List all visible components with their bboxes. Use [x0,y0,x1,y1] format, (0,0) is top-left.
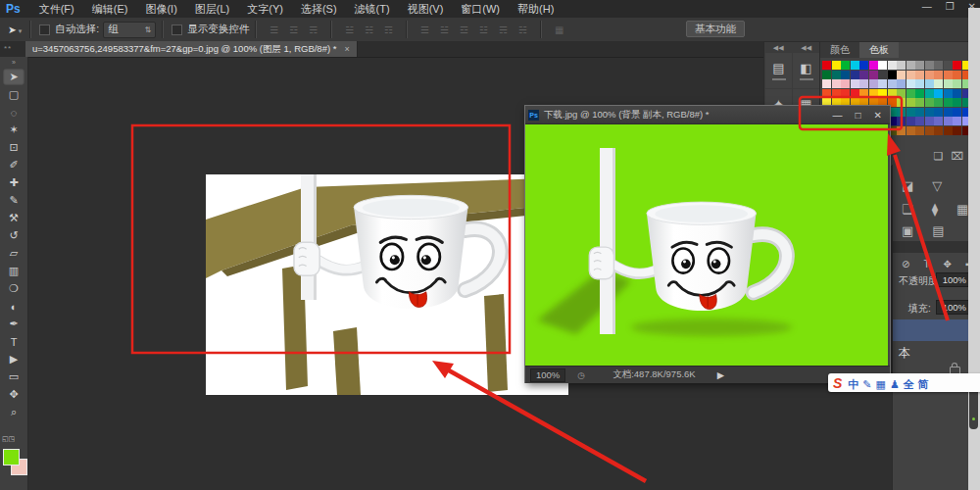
swatch-3-12[interactable] [934,89,943,98]
swatch-5-13[interactable] [944,108,953,117]
swatch-3-0[interactable] [822,89,831,98]
menu-item-6[interactable]: 滤镜(T) [346,3,399,15]
swatch-2-0[interactable] [822,79,831,88]
icon[interactable]: ▽ [932,178,942,193]
swatch-4-9[interactable] [906,98,915,107]
swatch-5-9[interactable] [906,108,915,117]
type-tool[interactable]: T [3,333,24,350]
delete-swatch-icon[interactable]: ⌧ [951,150,963,163]
shape-tool[interactable]: ▭ [3,368,24,385]
swatch-0-8[interactable] [897,61,906,70]
float-window-titlebar[interactable]: Ps 下载.jpg @ 100% (背景 副本, RGB/8#) * — □ ✕ [525,106,890,124]
icon[interactable]: ☴ [499,24,508,35]
swatch-3-3[interactable] [851,89,859,98]
eraser-tool[interactable]: ▱ [3,245,24,262]
swatch-1-4[interactable] [859,71,868,79]
swatch-4-10[interactable] [915,98,924,107]
swatch-2-7[interactable] [888,79,897,88]
swatch-2-13[interactable] [944,79,953,88]
swatch-3-6[interactable] [878,89,887,98]
swatch-6-13[interactable] [944,117,953,125]
icon[interactable]: ☲ [460,24,468,35]
clone-stamp-tool[interactable]: ⚒ [3,210,24,226]
ime-button-1[interactable]: ✎ [862,378,871,390]
move-tool[interactable]: ➤ [3,69,24,85]
swatch-1-8[interactable] [897,71,906,79]
selected-layer-row[interactable] [893,319,969,341]
brush-tool[interactable]: ✎ [3,192,24,209]
icon[interactable]: ☵ [518,24,527,35]
swatch-0-3[interactable] [851,61,859,70]
swatch-1-9[interactable] [906,71,915,79]
swatch-3-1[interactable] [832,89,841,98]
swatch-4-14[interactable] [953,98,961,107]
icon[interactable]: ☰ [270,24,278,35]
swatch-4-12[interactable] [934,98,943,107]
swatch-3-10[interactable] [915,89,924,98]
opacity-value[interactable]: 100% [936,272,970,287]
sogou-logo[interactable]: S [833,375,842,391]
status-flyout-arrow-icon[interactable]: ▶ [717,369,724,380]
swatch-7-12[interactable] [934,126,943,135]
swatch-1-13[interactable] [944,71,953,79]
swatch-6-10[interactable] [915,117,924,125]
icon[interactable]: ▤ [772,61,784,75]
zoom-level-field[interactable]: 100% [530,368,565,382]
icon[interactable]: ☶ [384,24,393,35]
new-swatch-icon[interactable]: ❏ [933,150,943,163]
menu-item-1[interactable]: 编辑(E) [83,3,137,15]
icon[interactable]: ☱ [440,24,449,35]
menu-item-8[interactable]: 窗口(W) [452,3,509,15]
swatch-2-9[interactable] [906,79,915,88]
icon[interactable]: ❏ [902,202,913,217]
show-transform-checkbox[interactable] [172,24,182,35]
tab-color[interactable]: 颜色 [820,42,859,58]
swatch-1-3[interactable] [851,71,859,79]
swatch-2-14[interactable] [953,79,961,88]
swatch-5-12[interactable] [934,108,943,117]
swatch-0-4[interactable] [859,61,868,70]
swatch-3-4[interactable] [859,89,868,98]
ime-button-5[interactable]: 简 [918,378,929,390]
ime-button-0[interactable]: 中 [848,378,858,390]
zoom-tool[interactable]: ⌕ [3,404,24,420]
swatch-6-14[interactable] [953,117,961,125]
icon[interactable]: ✥ [944,259,952,270]
ime-button-3[interactable]: ♟ [890,378,900,390]
swatch-1-7[interactable] [888,71,897,79]
swatch-0-11[interactable] [925,61,934,70]
swatch-4-13[interactable] [944,98,953,107]
swatch-2-2[interactable] [841,79,850,88]
swatch-0-6[interactable] [878,61,887,70]
swatch-0-12[interactable] [934,61,943,70]
menu-item-9[interactable]: 帮助(H) [509,3,563,15]
menu-item-3[interactable]: 图层(L) [186,3,238,15]
close-icon[interactable]: ✕ [874,110,882,121]
hand-tool[interactable]: ✥ [3,386,24,403]
swatch-1-1[interactable] [832,71,841,79]
maximize-icon[interactable]: □ [856,110,861,121]
swatch-1-10[interactable] [915,71,924,79]
swatch-3-5[interactable] [869,89,878,98]
swatch-5-11[interactable] [925,108,934,117]
swatch-7-9[interactable] [906,126,915,135]
swatch-2-12[interactable] [934,79,943,88]
mini-swatch-icon[interactable]: ◱◳ [2,435,15,443]
swatch-0-13[interactable] [944,61,953,70]
floating-document-window[interactable]: Ps 下载.jpg @ 100% (背景 副本, RGB/8#) * — □ ✕… [524,105,891,383]
menu-item-5[interactable]: 选择(S) [292,3,346,15]
main-document-canvas[interactable] [206,174,568,395]
swatch-2-6[interactable] [878,79,887,88]
path-selection-tool[interactable]: ▶ [3,351,24,368]
swatch-4-8[interactable] [897,98,906,107]
crop-tool[interactable]: ⊡ [3,139,24,156]
swatch-5-8[interactable] [897,108,906,117]
icon[interactable]: ☴ [309,24,318,35]
swatch-2-11[interactable] [925,79,934,88]
icon[interactable]: ▤ [932,223,944,238]
swatch-6-8[interactable] [897,117,906,125]
dock-panel-button[interactable]: ▤ [765,53,792,88]
quick-selection-tool[interactable]: ✶ [3,122,24,138]
swatch-5-14[interactable] [953,108,961,117]
swatch-4-11[interactable] [925,98,934,107]
